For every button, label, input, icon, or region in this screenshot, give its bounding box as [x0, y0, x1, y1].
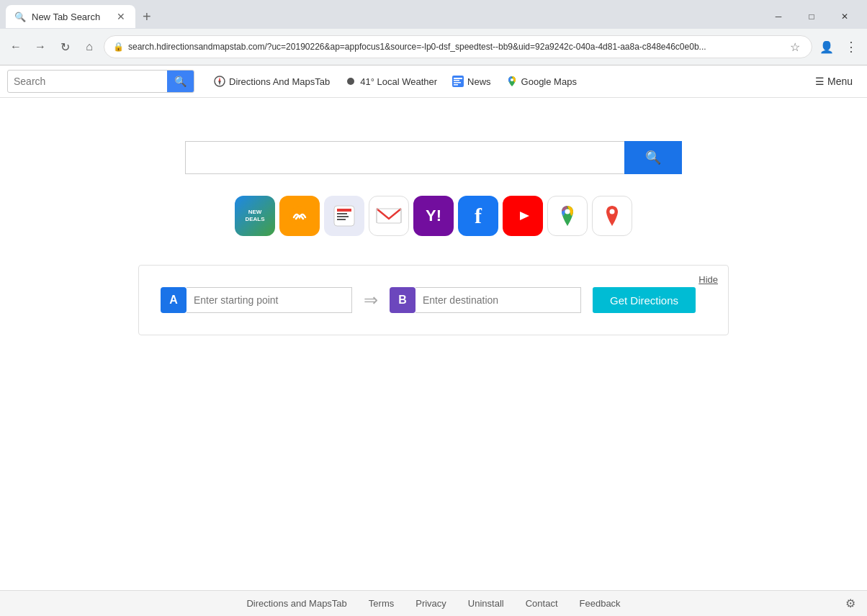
footer-link-terms[interactable]: Terms [369, 598, 394, 609]
start-point-input[interactable] [187, 287, 352, 313]
destination-input[interactable] [415, 287, 581, 313]
quick-link-news-app[interactable] [324, 196, 364, 236]
toolbar-search-button[interactable]: 🔍 [167, 71, 194, 92]
svg-rect-4 [452, 76, 464, 87]
quick-link-yahoo[interactable]: Y! [413, 196, 454, 236]
minimize-button[interactable]: ─ [762, 5, 795, 28]
tab-close-button[interactable]: ✕ [115, 11, 127, 22]
center-search-button[interactable]: 🔍 [624, 141, 682, 174]
directions-tab-label: Directions And MapsTab [229, 76, 330, 87]
googlemaps-tab-label: Google Maps [521, 76, 577, 87]
main-content: 🔍 NEWDEALS Y! f [0, 98, 867, 544]
center-search-input[interactable] [185, 141, 624, 174]
quick-link-gmail[interactable] [369, 196, 409, 236]
home-button[interactable]: ⌂ [79, 37, 99, 57]
tab-bar: 🔍 New Tab Search ✕ + ─ □ ✕ [0, 0, 867, 29]
svg-rect-14 [337, 216, 349, 217]
quick-link-audible[interactable] [279, 196, 320, 236]
svg-rect-7 [454, 82, 461, 83]
directions-arrow-icon: ⇒ [364, 290, 378, 310]
footer-link-directions[interactable]: Directions and MapsTab [246, 598, 346, 609]
directions-row: A ⇒ B Get Directions [161, 287, 706, 313]
start-point-wrap: A [161, 287, 352, 313]
svg-point-21 [610, 209, 615, 214]
reload-button[interactable]: ↻ [55, 37, 75, 57]
svg-point-9 [511, 78, 513, 81]
get-directions-button[interactable]: Get Directions [593, 287, 696, 313]
menu-label: Menu [827, 76, 853, 87]
footer: Directions and MapsTab Terms Privacy Uni… [0, 590, 867, 616]
svg-rect-6 [454, 80, 459, 81]
svg-point-20 [565, 209, 570, 214]
toolbar: 🔍 Directions And MapsTab 41° Local Weath… [0, 65, 867, 98]
svg-rect-12 [337, 209, 351, 212]
window-controls: ─ □ ✕ [762, 5, 861, 28]
toolbar-link-news[interactable]: News [446, 72, 497, 91]
tab-title: New Tab Search [32, 12, 109, 22]
toolbar-links: Directions And MapsTab 41° Local Weather… [207, 72, 583, 91]
quick-link-youtube[interactable] [503, 196, 543, 236]
dest-point-wrap: B [390, 287, 581, 313]
weather-dot-icon [344, 75, 357, 88]
svg-rect-15 [337, 219, 346, 220]
toolbar-menu-button[interactable]: ☰ Menu [808, 73, 860, 90]
tab-favicon: 🔍 [14, 11, 26, 22]
directions-widget: Hide A ⇒ B Get Directions [138, 265, 729, 335]
quick-link-facebook[interactable]: f [458, 196, 498, 236]
address-bar-row: ← → ↻ ⌂ 🔒 search.hdirectionsandmapstab.c… [0, 29, 867, 65]
browser-chrome: 🔍 New Tab Search ✕ + ─ □ ✕ ← → ↻ ⌂ 🔒 sea… [0, 0, 867, 65]
profile-button[interactable]: 👤 [817, 37, 837, 57]
svg-rect-8 [454, 84, 458, 86]
toolbar-search-box[interactable]: 🔍 [7, 70, 194, 93]
weather-tab-label: 41° Local Weather [360, 76, 437, 87]
compass-icon [213, 75, 226, 88]
search-icon: 🔍 [645, 150, 661, 166]
hide-button[interactable]: Hide [698, 274, 718, 285]
hamburger-icon: ☰ [815, 76, 825, 87]
forward-button[interactable]: → [30, 37, 50, 57]
back-button[interactable]: ← [6, 37, 26, 57]
footer-link-uninstall[interactable]: Uninstall [468, 598, 504, 609]
toolbar-link-googlemaps[interactable]: Google Maps [500, 72, 583, 91]
point-b-label: B [390, 287, 415, 313]
quick-links-bar: NEWDEALS Y! f [235, 196, 632, 236]
toolbar-link-directions[interactable]: Directions And MapsTab [207, 72, 336, 91]
news-tab-label: News [467, 76, 491, 87]
toolbar-link-weather[interactable]: 41° Local Weather [338, 72, 443, 91]
svg-rect-5 [454, 78, 462, 79]
point-a-label: A [161, 287, 187, 313]
close-button[interactable]: ✕ [828, 5, 861, 28]
browser-menu-button[interactable]: ⋮ [841, 37, 861, 57]
settings-gear-icon[interactable]: ⚙ [845, 597, 855, 610]
lock-icon: 🔒 [113, 42, 124, 52]
center-search-bar: 🔍 [185, 141, 682, 174]
quick-link-googlemaps[interactable] [547, 196, 588, 236]
footer-link-contact[interactable]: Contact [526, 598, 558, 609]
active-tab[interactable]: 🔍 New Tab Search ✕ [6, 5, 135, 28]
news-icon [452, 75, 464, 88]
footer-link-privacy[interactable]: Privacy [415, 598, 446, 609]
restore-button[interactable]: □ [795, 5, 828, 28]
quick-link-deals[interactable]: NEWDEALS [235, 196, 275, 236]
address-text: search.hdirectionsandmapstab.com/?uc=201… [128, 42, 783, 52]
quick-link-maps-pin[interactable] [592, 196, 632, 236]
toolbar-search-input[interactable] [8, 76, 167, 87]
footer-link-feedback[interactable]: Feedback [580, 598, 621, 609]
googlemaps-icon [506, 75, 518, 88]
bookmark-star-icon[interactable]: ☆ [787, 40, 803, 54]
svg-rect-13 [337, 213, 347, 214]
new-tab-button[interactable]: + [138, 9, 156, 25]
address-bar[interactable]: 🔒 search.hdirectionsandmapstab.com/?uc=2… [104, 35, 812, 58]
